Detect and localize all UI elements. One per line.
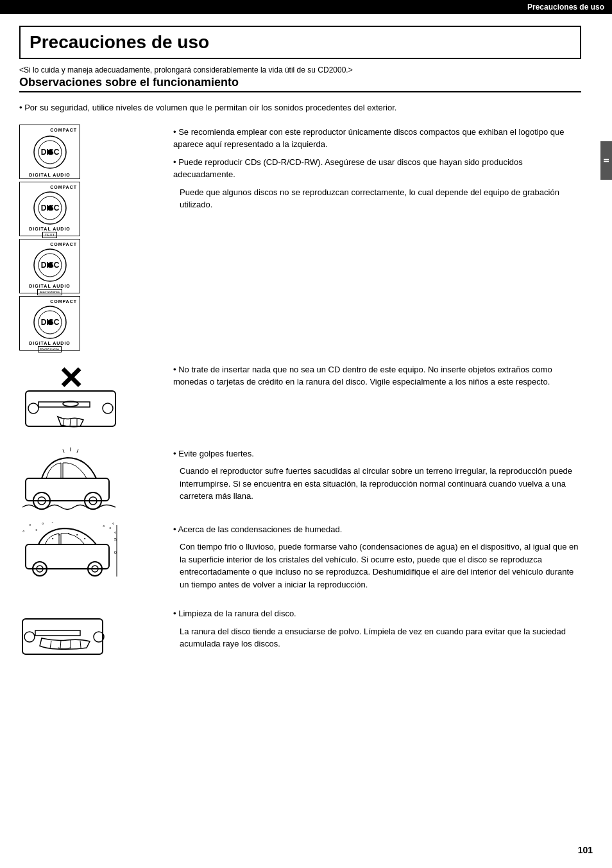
section-tab: II	[600, 141, 612, 180]
cd-logo-3-bottom: DIGITAL AUDIO	[22, 284, 77, 288]
cd-logo-standard: COMPACT DISC DIGITAL AU	[19, 125, 80, 179]
svg-point-19	[103, 403, 113, 413]
cd-logo-4-disc: DISC	[22, 305, 77, 340]
condensation-image-col: ° ° ° ° ° ° ° ° ° ∘ ∘ ∘ ∘ ∘ 5 0	[19, 522, 160, 595]
cd-disc-svg-3: DISC	[33, 248, 67, 282]
bumps-text: Evite golpes fuertes. Cuando el reproduc…	[173, 446, 581, 510]
section-humidity: ° ° ° ° ° ° ° ° ° ∘ ∘ ∘ ∘ ∘ 5 0	[19, 522, 581, 595]
bullet-cleaning-cont: La ranura del disco tiende a ensuciarse …	[180, 625, 581, 650]
section-heading: Observaciones sobre el funcionamiento	[19, 76, 581, 92]
section-cleaning: Limpieza de la ranura del disco. La ranu…	[19, 606, 581, 664]
logos-group: COMPACT DISC DIGITAL AU	[19, 125, 80, 351]
bullet-cleaning-text: Limpieza de la ranura del disco.	[173, 607, 581, 620]
bullet-humidity-cont: Con tiempo frío o lluvioso, puede formar…	[180, 541, 581, 591]
cd-logo-recordable: COMPACT DISC DIGITAL AUDIO Recordable	[19, 239, 80, 293]
bullet-no-insert-text: No trate de insertar nada que no sea un …	[173, 363, 581, 388]
cd-logo-4-extra: ReWritable	[38, 346, 62, 352]
svg-text:°: °	[22, 530, 25, 536]
svg-text:DISC: DISC	[40, 261, 59, 270]
humidity-text: Acerca de las condensaciones de humedad.…	[173, 522, 581, 595]
bullet-safety: Por su seguridad, utilice niveles de vol…	[19, 101, 581, 114]
no-insert-image-col: ✕	[19, 362, 160, 435]
section-bumps: Evite golpes fuertes. Cuando el reproduc…	[19, 446, 581, 510]
bullet-humidity-text: Acerca de las condensaciones de humedad.	[173, 523, 581, 536]
svg-rect-32	[26, 544, 109, 569]
cd-logo-3-extra: Recordable	[37, 289, 62, 295]
svg-text:°: °	[103, 525, 105, 531]
svg-line-59	[60, 640, 61, 648]
svg-text:°: °	[51, 522, 54, 526]
svg-text:°: °	[35, 528, 38, 535]
cleaning-text: Limpieza de la ranura del disco. La ranu…	[173, 606, 581, 664]
svg-text:°: °	[114, 531, 117, 537]
section-cd-logos: COMPACT DISC DIGITAL AU	[19, 125, 581, 351]
cd-logo-3-disc: DISC	[22, 248, 77, 282]
car-illustration	[19, 446, 122, 510]
svg-text:DISC: DISC	[40, 148, 59, 157]
cd-logo-3-top: COMPACT	[22, 242, 77, 247]
bullet-cdrw-text: Puede reproducir CDs (CD-R/CD-RW). Asegú…	[173, 156, 581, 181]
svg-point-56	[24, 632, 35, 642]
cd-logos-column: COMPACT DISC DIGITAL AU	[19, 125, 160, 351]
header-title: Precauciones de uso	[527, 3, 604, 12]
bullet-cd-logo-text: Se recomienda emplear con este reproduct…	[173, 126, 581, 151]
svg-text:°: °	[42, 522, 44, 528]
cleaning-image-col	[19, 606, 160, 664]
svg-text:°: °	[112, 522, 115, 528]
cleaning-illustration	[19, 606, 109, 664]
bullet-safety-text: Por su seguridad, utilice niveles de vol…	[19, 103, 396, 112]
page-header: Precauciones de uso	[0, 0, 612, 14]
cd-logo-text: COMPACT DISC DIGITAL AUDIO TEXT	[19, 182, 80, 236]
no-insert-wrapper: ✕	[19, 362, 122, 435]
cd-logo-2-disc: DISC	[22, 191, 77, 225]
cd-logo-4-bottom: DIGITAL AUDIO	[22, 341, 77, 345]
bullet-bumps-cont: Cuando el reproductor sufre fuertes sacu…	[180, 465, 581, 503]
cd-logo-4-top: COMPACT	[22, 299, 77, 304]
cd-disc-svg-1: DISC	[33, 135, 67, 169]
svg-text:∘: ∘	[67, 531, 70, 535]
cd-logos-text: Se recomienda emplear con este reproduct…	[173, 125, 581, 351]
svg-line-58	[50, 641, 51, 648]
condensation-illustration: ° ° ° ° ° ° ° ° ° ∘ ∘ ∘ ∘ ∘ 5 0	[19, 522, 122, 580]
cd-logo-rewritable: COMPACT DISC DIGITAL AUDIO ReWritable	[19, 296, 80, 351]
bullet-cdrw-cont: Puede que algunos discos no se reproduzc…	[180, 186, 581, 211]
cd-disc-svg-2: DISC	[33, 191, 67, 225]
svg-point-18	[28, 403, 38, 413]
car-image-col	[19, 446, 160, 510]
svg-text:5: 5	[114, 537, 117, 542]
section-no-insert: ✕	[19, 362, 581, 435]
svg-line-61	[80, 641, 81, 648]
svg-text:DISC: DISC	[40, 318, 59, 327]
svg-text:∘: ∘	[51, 536, 54, 541]
svg-line-29	[63, 449, 64, 453]
svg-text:°: °	[109, 526, 112, 533]
cd-logo-1-top: COMPACT	[22, 128, 77, 132]
cd-logo-1-bottom: DIGITAL AUDIO	[22, 173, 77, 177]
cd-logo-2-bottom: DIGITAL AUDIO	[22, 227, 77, 231]
page-title: Precauciones de uso	[30, 32, 571, 53]
svg-rect-24	[26, 478, 109, 501]
bullet-bumps-text: Evite golpes fuertes.	[173, 447, 581, 460]
page-number: 101	[578, 845, 593, 855]
svg-text:∘: ∘	[58, 532, 60, 537]
x-mark-icon: ✕	[58, 363, 83, 394]
cd-logo-2-extra: TEXT	[42, 232, 57, 238]
svg-rect-55	[35, 630, 80, 636]
cd-logo-1-disc: DISC	[22, 134, 77, 171]
svg-text:∘: ∘	[83, 536, 86, 541]
svg-text:∘: ∘	[76, 532, 78, 537]
cd-logo-2-top: COMPACT	[22, 185, 77, 189]
svg-text:0: 0	[114, 550, 117, 555]
subtitle: <Si lo cuida y maneja adecuadamente, pro…	[19, 65, 581, 74]
page-title-box: Precauciones de uso	[19, 26, 581, 59]
no-insert-text: No trate de insertar nada que no sea un …	[173, 362, 581, 435]
svg-line-31	[77, 449, 78, 453]
svg-text:DISC: DISC	[40, 204, 59, 213]
svg-text:°: °	[29, 523, 31, 530]
cd-disc-svg-4: DISC	[33, 305, 67, 340]
main-content: Precauciones de uso <Si lo cuida y manej…	[0, 14, 612, 688]
